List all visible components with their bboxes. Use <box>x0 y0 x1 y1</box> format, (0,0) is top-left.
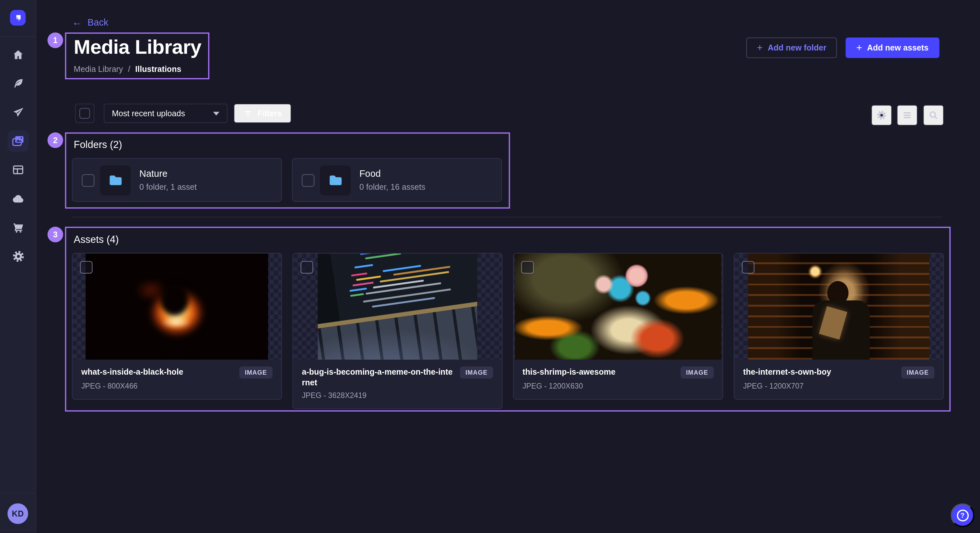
filters-label: Filters <box>258 109 282 118</box>
add-new-assets-label: Add new assets <box>867 43 929 52</box>
annotation-badge-2: 2 <box>48 132 63 148</box>
black-hole-photo <box>86 254 268 360</box>
mantis-shrimp-photo <box>515 254 721 360</box>
feather-icon <box>12 78 25 90</box>
plus-icon: + <box>856 43 862 52</box>
filters-button[interactable]: Filters <box>234 104 291 123</box>
asset-thumbnail-black-hole <box>73 254 281 360</box>
gear-icon <box>12 249 25 263</box>
asset-meta: JPEG - 1200X707 <box>743 381 934 390</box>
help-button[interactable]: ? <box>950 503 974 527</box>
asset-card[interactable]: this-shrimp-is-awesome IMAGE JPEG - 1200… <box>513 253 723 400</box>
folder-name: Food <box>360 168 381 179</box>
annotation-badge-1: 1 <box>48 32 63 48</box>
asset-checkbox[interactable] <box>80 261 93 274</box>
search-icon <box>928 110 939 121</box>
select-all-checkbox-wrapper[interactable] <box>75 104 94 123</box>
sidebar: KD <box>0 0 36 533</box>
filter-icon <box>243 109 253 118</box>
asset-meta: JPEG - 3628X2419 <box>302 391 493 400</box>
sidebar-divider-bottom <box>0 493 36 493</box>
help-icon: ? <box>957 509 969 521</box>
sidebar-divider-top <box>0 36 36 37</box>
laptop-code-photo <box>318 254 477 360</box>
folder-icon <box>108 173 123 188</box>
annotation-badge-3: 3 <box>48 227 63 242</box>
asset-card-footer: a-bug-is-becoming-a-meme-on-the-internet… <box>293 360 502 408</box>
user-avatar[interactable]: KD <box>8 503 28 524</box>
assets-heading: Assets (4) <box>74 234 119 246</box>
asset-thumbnail-mantis-shrimp <box>514 254 722 360</box>
paper-plane-icon <box>12 106 25 119</box>
asset-checkbox[interactable] <box>301 261 313 274</box>
sidebar-item-home[interactable] <box>8 44 29 66</box>
chevron-down-icon <box>213 111 220 115</box>
media-library-icon <box>11 134 25 148</box>
sidebar-item-content-manager[interactable] <box>8 159 29 181</box>
sidebar-item-deploy[interactable] <box>8 188 29 209</box>
list-icon <box>902 110 913 121</box>
add-new-folder-button[interactable]: + Add new folder <box>746 38 837 58</box>
sidebar-nav <box>8 44 29 267</box>
arrow-left-icon: ← <box>72 17 83 27</box>
sidebar-item-settings[interactable] <box>8 246 29 267</box>
sidebar-item-media-library[interactable] <box>8 130 29 152</box>
page-title: Media Library <box>74 36 202 59</box>
asset-type-badge: IMAGE <box>460 366 493 379</box>
asset-card[interactable]: what-s-inside-a-black-hole IMAGE JPEG - … <box>72 253 282 400</box>
decoration <box>160 283 189 316</box>
strapi-logo[interactable] <box>10 10 25 25</box>
back-link[interactable]: ← Back <box>72 17 108 27</box>
breadcrumb-current: Illustrations <box>135 65 181 74</box>
list-view-button[interactable] <box>897 105 918 125</box>
folder-checkbox[interactable] <box>82 174 95 187</box>
breadcrumb-separator: / <box>128 65 130 74</box>
gear-icon <box>876 110 887 121</box>
cart-icon <box>12 221 25 234</box>
asset-card[interactable]: the-internet-s-own-boy IMAGE JPEG - 1200… <box>734 253 944 400</box>
sort-dropdown-value: Most recent uploads <box>112 109 185 118</box>
sidebar-item-content[interactable] <box>8 73 29 95</box>
folder-card-nature[interactable]: Nature 0 folder, 1 asset <box>72 158 282 202</box>
asset-card-footer: this-shrimp-is-awesome IMAGE JPEG - 1200… <box>514 360 722 399</box>
asset-title: a-bug-is-becoming-a-meme-on-the-internet <box>302 366 460 388</box>
asset-title: this-shrimp-is-awesome <box>522 366 680 377</box>
decoration <box>318 254 477 360</box>
asset-thumbnail-library-portrait <box>734 254 943 360</box>
asset-type-badge: IMAGE <box>681 366 714 379</box>
search-button[interactable] <box>923 105 944 125</box>
strapi-media-library-app: KD ← Back Media Library Media Library / … <box>0 0 980 533</box>
asset-title: the-internet-s-own-boy <box>743 366 901 377</box>
view-settings-button[interactable] <box>871 105 892 125</box>
sidebar-item-marketplace[interactable] <box>8 217 29 238</box>
asset-type-badge: IMAGE <box>239 366 272 379</box>
asset-meta: JPEG - 800X466 <box>81 381 272 390</box>
asset-checkbox[interactable] <box>521 261 534 274</box>
add-new-folder-label: Add new folder <box>768 43 826 52</box>
breadcrumb-parent[interactable]: Media Library <box>74 65 123 74</box>
sidebar-item-releases[interactable] <box>8 102 29 123</box>
section-divider <box>72 217 943 217</box>
select-all-checkbox[interactable] <box>80 108 90 119</box>
asset-meta: JPEG - 1200X630 <box>522 381 714 390</box>
folder-card-food[interactable]: Food 0 folder, 16 assets <box>292 158 502 202</box>
folder-meta: 0 folder, 1 asset <box>139 182 197 192</box>
folder-name: Nature <box>139 168 167 179</box>
library-portrait-photo <box>748 254 929 360</box>
layout-icon <box>12 163 25 176</box>
home-icon <box>12 49 25 61</box>
sort-dropdown[interactable]: Most recent uploads <box>104 104 228 123</box>
folder-meta: 0 folder, 16 assets <box>360 182 425 192</box>
asset-card[interactable]: a-bug-is-becoming-a-meme-on-the-internet… <box>293 253 503 409</box>
folder-icon <box>328 173 343 188</box>
asset-type-badge: IMAGE <box>901 366 934 379</box>
breadcrumb: Media Library / Illustrations <box>74 65 181 74</box>
asset-checkbox[interactable] <box>742 261 754 274</box>
cloud-icon <box>12 192 25 205</box>
folder-checkbox[interactable] <box>302 174 314 187</box>
asset-title: what-s-inside-a-black-hole <box>81 366 239 377</box>
strapi-logo-glyph <box>13 13 23 23</box>
add-new-assets-button[interactable]: + Add new assets <box>845 38 939 58</box>
asset-card-footer: what-s-inside-a-black-hole IMAGE JPEG - … <box>73 360 281 399</box>
asset-thumbnail-laptop-code <box>293 254 502 360</box>
